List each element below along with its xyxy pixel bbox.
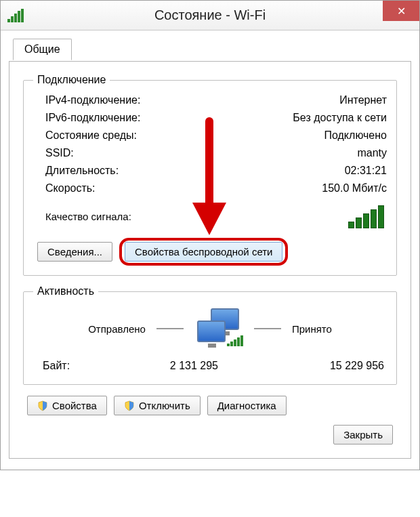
label-duration: Длительность: [45,165,119,177]
row-duration: Длительность: 02:31:21 [33,162,387,180]
details-button[interactable]: Сведения... [37,242,112,262]
row-media-state: Состояние среды: Подключено [33,127,387,144]
recv-label: Принято [292,323,332,335]
label-ipv6: IPv6-подключение: [45,112,140,124]
label-ssid: SSID: [45,147,74,159]
label-speed: Скорость: [45,182,96,194]
value-ssid: manty [357,147,387,159]
value-media-state: Подключено [324,129,387,142]
activity-group: Активность Отправлено Принято [23,285,397,385]
value-speed: 150.0 Мбит/с [322,182,387,194]
connection-group: Подключение IPv4-подключение: Интернет I… [23,74,397,276]
annotation-highlight: Свойства беспроводной сети [119,238,288,266]
properties-button[interactable]: Свойства [27,396,107,415]
wifi-status-window: Состояние - Wi-Fi ✕ Общие Подключение IP… [0,0,420,470]
close-icon: ✕ [397,5,406,18]
activity-header-row: Отправлено Принято [33,308,387,349]
disable-button[interactable]: Отключить [114,396,201,415]
network-monitors-icon [194,308,243,349]
window-title: Состояние - Wi-Fi [1,7,419,23]
activity-legend: Активность [33,285,98,297]
bytes-label: Байт: [43,360,124,372]
close-button[interactable]: Закрыть [333,425,393,444]
label-signal-quality: Качество сигнала: [45,211,131,222]
value-duration: 02:31:21 [345,165,387,177]
signal-strength-icon [348,204,384,228]
label-ipv4: IPv4-подключение: [45,94,140,106]
tab-panel: Подключение IPv4-подключение: Интернет I… [9,62,411,459]
diagnose-button[interactable]: Диагностика [207,396,287,415]
divider-line [254,328,281,329]
label-media-state: Состояние среды: [45,129,137,142]
connection-legend: Подключение [33,74,110,86]
row-ipv4: IPv4-подключение: Интернет [33,91,387,109]
row-ssid: SSID: manty [33,144,387,162]
value-ipv6: Без доступа к сети [293,112,387,124]
dialog-footer: Закрыть [23,415,397,447]
tab-bar: Общие [9,39,411,62]
sent-label: Отправлено [88,323,146,335]
action-buttons-row: Свойства Отключить Диагностика [27,396,397,415]
tab-general[interactable]: Общие [13,39,72,60]
shield-icon [37,400,48,411]
titlebar: Состояние - Wi-Fi ✕ [1,1,419,30]
row-signal-quality: Качество сигнала: [33,197,387,231]
bytes-sent-value: 2 131 295 [124,360,249,372]
divider-line [156,328,184,329]
shield-icon [124,400,135,411]
bytes-recv-value: 15 229 956 [290,360,384,372]
wifi-signal-icon [7,9,24,22]
row-speed: Скорость: 150.0 Мбит/с [33,180,387,197]
bytes-row: Байт: 2 131 295 15 229 956 [33,352,387,375]
value-ipv4: Интернет [339,94,387,106]
wireless-properties-button[interactable]: Свойства беспроводной сети [125,242,282,262]
close-window-button[interactable]: ✕ [383,1,419,21]
row-ipv6: IPv6-подключение: Без доступа к сети [33,109,387,127]
